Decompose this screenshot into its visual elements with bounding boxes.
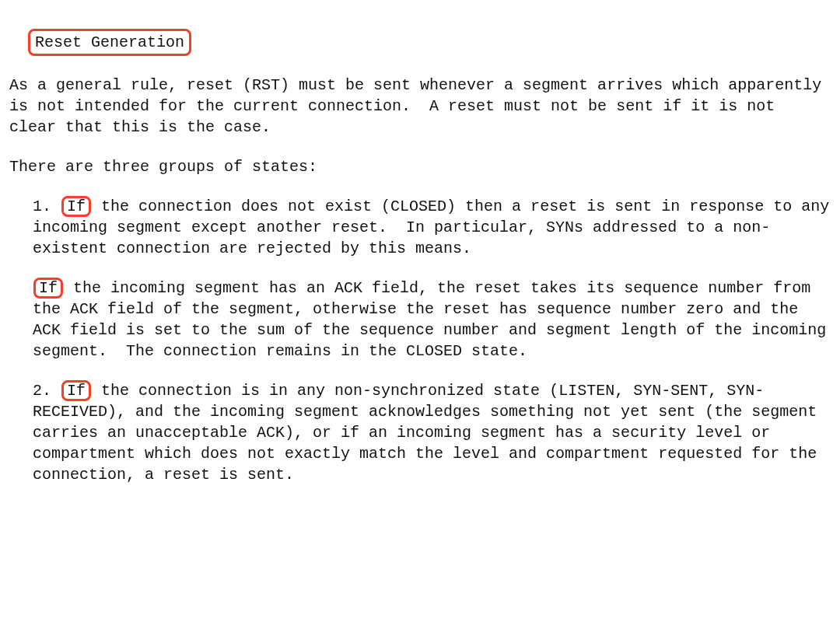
list-marker: 2. [33,382,61,400]
list-item-2: 2. If the connection is in any non-synch… [33,380,831,485]
list-item-1-sub-body: the incoming segment has an ACK field, t… [33,279,835,360]
highlight-box: If [61,196,91,217]
section-heading: Reset Generation [28,29,191,56]
intro-paragraph-2: There are three groups of states: [9,156,831,177]
highlight-box: If [33,278,63,299]
list-item-1-body: the connection does not exist (CLOSED) t… [33,197,838,257]
list-item-2-body: the connection is in any non-synchronize… [33,382,826,484]
list-item-1: 1. If the connection does not exist (CLO… [33,196,831,259]
highlight-box: If [61,380,91,401]
list-item-1-subparagraph: If the incoming segment has an ACK field… [33,278,831,362]
intro-paragraph-1: As a general rule, reset (RST) must be s… [9,75,831,138]
list-marker: 1. [33,197,61,215]
